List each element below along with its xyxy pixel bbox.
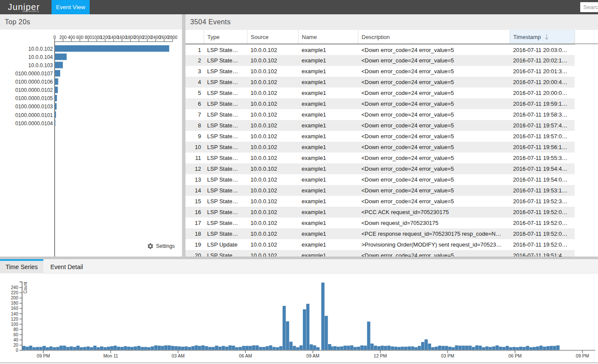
svg-text:120: 120 <box>11 317 18 322</box>
svg-text:09 PM: 09 PM <box>37 353 50 358</box>
svg-text:06 PM: 06 PM <box>508 353 521 358</box>
svg-text:06 AM: 06 AM <box>239 353 252 358</box>
svg-text:0100.0000.0106: 0100.0000.0106 <box>15 79 53 85</box>
svg-text:Count: Count <box>23 282 28 293</box>
svg-text:0100.0000.0104: 0100.0000.0104 <box>15 120 53 127</box>
svg-text:12 PM: 12 PM <box>374 353 387 358</box>
svg-text:03 AM: 03 AM <box>172 353 185 358</box>
svg-text:220: 220 <box>11 290 18 295</box>
svg-text:09 PM: 09 PM <box>576 353 589 358</box>
svg-text:0100.0000.0102: 0100.0000.0102 <box>15 87 53 93</box>
svg-text:20: 20 <box>13 343 19 348</box>
svg-text:0100.0000.0105: 0100.0000.0105 <box>15 95 53 101</box>
svg-text:0100.0000.0103: 0100.0000.0103 <box>15 104 53 110</box>
svg-text:40: 40 <box>13 338 19 342</box>
svg-text:10.0.0.104: 10.0.0.104 <box>28 54 53 60</box>
svg-text:10.0.0.102: 10.0.0.102 <box>28 46 53 52</box>
svg-text:03 PM: 03 PM <box>441 353 454 358</box>
svg-text:0100.0000.0101: 0100.0000.0101 <box>15 112 53 118</box>
svg-text:09 AM: 09 AM <box>306 353 319 358</box>
svg-text:200: 200 <box>11 296 18 300</box>
svg-text:0: 0 <box>16 348 18 353</box>
svg-text:140: 140 <box>11 312 18 316</box>
svg-text:100: 100 <box>11 322 18 327</box>
svg-text:Mon 11: Mon 11 <box>103 353 118 358</box>
svg-text:160: 160 <box>11 306 18 311</box>
svg-text:0100.0000.0107: 0100.0000.0107 <box>15 71 53 77</box>
svg-text:10.0.0.103: 10.0.0.103 <box>28 62 53 68</box>
svg-text:180: 180 <box>11 301 18 306</box>
svg-text:60: 60 <box>13 332 19 337</box>
svg-text:240: 240 <box>11 285 18 290</box>
svg-text:80: 80 <box>13 327 19 332</box>
